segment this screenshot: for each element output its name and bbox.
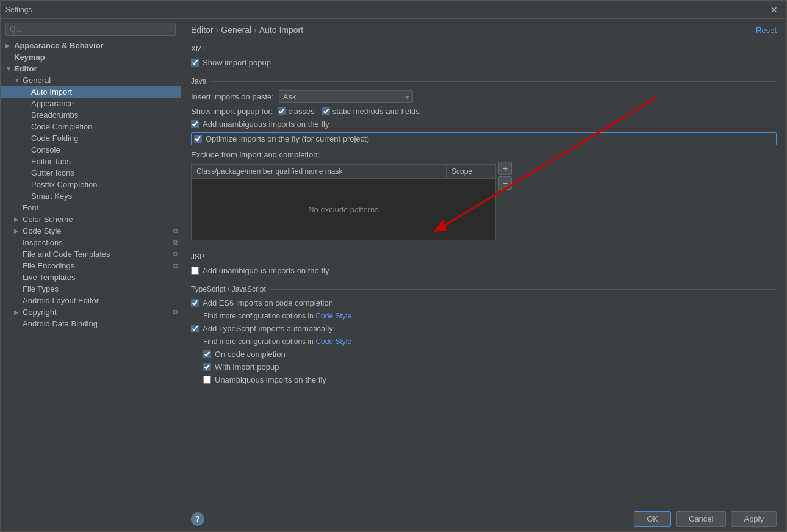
optimize-imports-row: Optimize imports on the fly (for current…	[191, 132, 777, 145]
remove-exclude-button[interactable]: −	[498, 176, 512, 190]
sidebar-item-gutter-icons[interactable]: Gutter Icons	[1, 167, 181, 179]
sidebar-item-android-layout-editor[interactable]: Android Layout Editor	[1, 295, 181, 306]
jsp-section: JSP Add unambiguous imports on the fly	[191, 253, 777, 275]
sidebar-item-font[interactable]: Font	[1, 202, 181, 214]
unambiguous-imports-row: Unambiguous imports on the fly	[191, 375, 777, 384]
copy-icon-inspections: ⧉	[173, 239, 178, 246]
sidebar-item-arrow-code-style: ▶	[14, 228, 23, 234]
sidebar-item-editor-tabs[interactable]: Editor Tabs	[1, 156, 181, 167]
table-col-name: Class/package/member qualified name mask	[192, 165, 447, 178]
button-group: OK Cancel Apply	[634, 511, 777, 527]
sidebar-item-color-scheme[interactable]: ▶Color Scheme	[1, 214, 181, 225]
insert-imports-select[interactable]: Ask Always Never	[279, 90, 413, 103]
search-input[interactable]	[5, 23, 176, 36]
sidebar-item-label-editor: Editor	[14, 64, 181, 73]
java-section: Java Insert imports on paste: Ask Always…	[191, 77, 777, 243]
sidebar-item-file-code-templates[interactable]: File and Code Templates⧉	[1, 248, 181, 260]
sidebar-item-code-style[interactable]: ▶Code Style⧉	[1, 225, 181, 237]
sidebar-item-keymap[interactable]: Keymap	[1, 51, 181, 63]
sidebar-item-label-live-templates: Live Templates	[23, 273, 181, 282]
find-more-1-text: Find more configuration options in	[203, 312, 314, 320]
unambiguous-imports-label[interactable]: Unambiguous imports on the fly	[203, 375, 326, 384]
insert-imports-label: Insert imports on paste:	[191, 92, 274, 101]
with-import-popup-label[interactable]: With import popup	[203, 362, 279, 372]
insert-imports-row: Insert imports on paste: Ask Always Neve…	[191, 90, 777, 103]
sidebar-item-breadcrumbs[interactable]: Breadcrumbs	[1, 109, 181, 121]
breadcrumb: Editor › General › Auto Import Reset	[181, 19, 786, 40]
on-code-completion-checkbox[interactable]	[203, 350, 211, 358]
exclude-table: Class/package/member qualified name mask…	[191, 164, 496, 240]
sidebar-item-code-completion[interactable]: Code Completion	[1, 121, 181, 132]
add-typescript-row: Add TypeScript imports automatically	[191, 324, 777, 333]
xml-show-import-popup-label[interactable]: Show import popup	[191, 58, 271, 67]
sidebar-item-file-encodings[interactable]: File Encodings⧉	[1, 260, 181, 271]
sidebar-item-appearance[interactable]: Appearance	[1, 98, 181, 109]
table-header: Class/package/member qualified name mask…	[192, 165, 495, 179]
add-unambiguous-java-checkbox[interactable]	[191, 120, 199, 128]
java-section-title: Java	[191, 77, 777, 85]
table-empty-label: No exclude patterns	[308, 205, 379, 214]
optimize-imports-checkbox[interactable]	[194, 135, 202, 143]
copy-icon-file-encodings: ⧉	[173, 262, 178, 270]
sidebar-item-label-general: General	[23, 76, 181, 85]
sidebar-item-label-code-completion: Code Completion	[31, 122, 181, 131]
sidebar-item-smart-keys[interactable]: Smart Keys	[1, 190, 181, 202]
sidebar-item-live-templates[interactable]: Live Templates	[1, 271, 181, 283]
static-checkbox[interactable]	[322, 107, 330, 115]
code-style-link-1[interactable]: Code Style	[315, 312, 351, 320]
copy-icon-copyright: ⧉	[173, 308, 178, 316]
add-es6-checkbox[interactable]	[191, 299, 199, 307]
sidebar-item-label-smart-keys: Smart Keys	[31, 192, 181, 201]
add-exclude-button[interactable]: +	[498, 162, 512, 175]
optimize-imports-label[interactable]: Optimize imports on the fly (for current…	[194, 134, 369, 143]
breadcrumb-sep-1: ›	[216, 25, 219, 35]
sidebar-item-inspections[interactable]: Inspections⧉	[1, 237, 181, 248]
main-content: ▶Appearance & BehaviorKeymap▼Editor▼Gene…	[1, 19, 786, 531]
jsp-add-unambiguous-checkbox[interactable]	[191, 267, 199, 275]
sidebar-item-code-folding[interactable]: Code Folding	[1, 132, 181, 144]
help-button[interactable]: ?	[191, 512, 204, 526]
window-title: Settings	[5, 5, 767, 14]
exclude-label: Exclude from import and completion:	[191, 150, 772, 159]
add-typescript-checkbox[interactable]	[191, 325, 199, 332]
add-unambiguous-java-label[interactable]: Add unambiguous imports on the fly	[191, 120, 329, 129]
table-buttons: + −	[498, 162, 512, 190]
sidebar-item-android-data-binding[interactable]: Android Data Binding	[1, 318, 181, 329]
xml-show-import-popup-checkbox[interactable]	[191, 59, 199, 66]
add-es6-label[interactable]: Add ES6 imports on code completion	[191, 298, 333, 307]
static-label: static methods and fields	[332, 107, 420, 116]
ok-button[interactable]: OK	[634, 511, 671, 527]
sidebar-item-appearance-behavior[interactable]: ▶Appearance & Behavior	[1, 40, 181, 51]
unambiguous-imports-checkbox[interactable]	[203, 376, 211, 384]
find-more-2-row: Find more configuration options in Code …	[191, 337, 777, 346]
sidebar-item-auto-import[interactable]: Auto Import	[1, 86, 181, 98]
reset-link[interactable]: Reset	[756, 26, 777, 35]
table-body: No exclude patterns	[192, 179, 495, 240]
sidebar-item-label-android-data-binding: Android Data Binding	[23, 319, 181, 328]
sidebar-item-file-types[interactable]: File Types	[1, 283, 181, 295]
sidebar-item-label-editor-tabs: Editor Tabs	[31, 157, 181, 166]
breadcrumb-path: Editor › General › Auto Import	[191, 25, 303, 35]
apply-button[interactable]: Apply	[731, 511, 777, 527]
on-code-completion-label[interactable]: On code completion	[203, 350, 286, 359]
sidebar-item-label-android-layout-editor: Android Layout Editor	[23, 296, 181, 305]
sidebar-item-editor[interactable]: ▼Editor	[1, 63, 181, 74]
sidebar-item-label-breadcrumbs: Breadcrumbs	[31, 110, 181, 120]
static-checkbox-label[interactable]: static methods and fields	[322, 107, 420, 116]
sidebar-item-label-color-scheme: Color Scheme	[23, 215, 181, 224]
sidebar-item-console[interactable]: Console	[1, 144, 181, 156]
sidebar-item-copyright[interactable]: ▶Copyright⧉	[1, 306, 181, 318]
sidebar-item-general[interactable]: ▼General	[1, 74, 181, 86]
panel: Editor › General › Auto Import Reset XML	[181, 19, 786, 531]
code-style-link-2[interactable]: Code Style	[315, 337, 351, 346]
cancel-button[interactable]: Cancel	[676, 511, 726, 527]
add-typescript-label[interactable]: Add TypeScript imports automatically	[191, 324, 333, 333]
close-button[interactable]: ✕	[767, 4, 782, 16]
classes-checkbox[interactable]	[278, 107, 286, 115]
classes-checkbox-label[interactable]: classes	[278, 107, 314, 116]
copy-icon-code-style: ⧉	[173, 227, 178, 235]
sidebar-item-arrow-general: ▼	[14, 77, 23, 84]
sidebar-item-postfix-completion[interactable]: Postfix Completion	[1, 179, 181, 190]
with-import-popup-checkbox[interactable]	[203, 363, 211, 371]
jsp-add-unambiguous-label[interactable]: Add unambiguous imports on the fly	[191, 266, 329, 275]
